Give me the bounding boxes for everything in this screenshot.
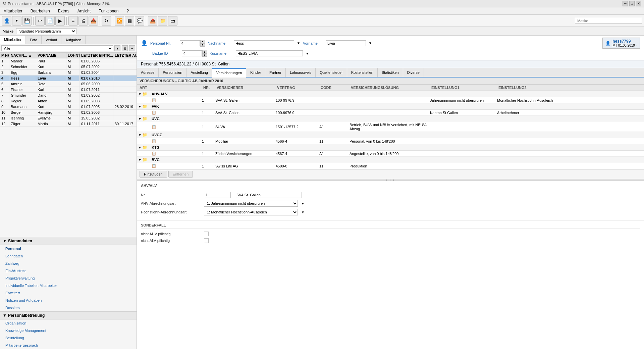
group-collapse[interactable]: ▼ 📁 bbox=[138, 104, 152, 109]
collapse-icon[interactable]: ▼ bbox=[138, 158, 142, 162]
ins-detail-row[interactable]: 📋 1 SVA St. Gallen 100-9976.9 Kanton St.… bbox=[137, 110, 644, 116]
stammdaten-item-personal[interactable]: Personal bbox=[0, 245, 137, 252]
table-row[interactable]: 4HessLiviaM01.07.2010 bbox=[0, 76, 137, 81]
table-row[interactable]: 2SchneiderKurtM05.07.2002 bbox=[0, 64, 137, 70]
tab-aufgaben[interactable]: Aufgaben bbox=[61, 36, 86, 44]
entfernen-btn[interactable]: Entfernen bbox=[168, 171, 193, 178]
menu-extras[interactable]: Extras bbox=[56, 8, 71, 14]
close-btn[interactable]: ✕ bbox=[636, 1, 641, 6]
nr-input[interactable] bbox=[204, 192, 231, 198]
kurzname-input[interactable] bbox=[236, 50, 303, 56]
ins-group-ktg[interactable]: ▼ 📁 KTG bbox=[137, 144, 644, 151]
filter-btn[interactable]: ▼ bbox=[114, 45, 120, 51]
col-lohnt[interactable]: LOHNT... bbox=[66, 53, 80, 58]
tab-personalien[interactable]: Personalien bbox=[159, 68, 186, 77]
table-row[interactable]: 5AmreinRetoM05.06.2009 bbox=[0, 81, 137, 87]
collapse-icon[interactable]: ▼ bbox=[138, 105, 142, 108]
abrechnungsart-select[interactable]: 1: Jahresminimum nicht überprüfen bbox=[204, 200, 298, 207]
badge-id-down[interactable]: ▼ bbox=[202, 53, 207, 57]
tab-foto[interactable]: Foto bbox=[26, 36, 42, 44]
menu-help[interactable]: ? bbox=[124, 8, 131, 14]
menu-bearbeiten[interactable]: Bearbeiten bbox=[29, 8, 52, 14]
tab-kinder[interactable]: Kinder bbox=[246, 68, 265, 77]
tab-quellensteuer[interactable]: Quellensteuer bbox=[316, 68, 347, 77]
tab-verlauf[interactable]: Verlauf bbox=[42, 36, 61, 44]
group-collapse[interactable]: ▼ 📁 bbox=[138, 133, 152, 137]
toolbar-print-btn[interactable]: 🖨 bbox=[78, 16, 88, 26]
toolbar-play-btn[interactable]: ▶ bbox=[55, 16, 65, 26]
tab-diverse[interactable]: Diverse bbox=[403, 68, 424, 77]
toolbar-back-btn[interactable]: ↩ bbox=[35, 16, 45, 26]
stammdaten-header[interactable]: ▼ Stammdaten bbox=[0, 237, 137, 245]
toolbar-db-btn[interactable]: 🗃 bbox=[168, 16, 177, 26]
toolbar-new-btn[interactable]: 📄 bbox=[45, 16, 55, 26]
view-grid-btn[interactable]: ⊞ bbox=[122, 45, 128, 51]
table-row[interactable]: 8KoglerAntonM01.09.2008 bbox=[0, 98, 137, 104]
toolbar-barcode-btn[interactable]: ▦ bbox=[125, 16, 134, 26]
stammdaten-item-zahlweg[interactable]: Zahlweg bbox=[0, 260, 137, 267]
table-row[interactable]: 3EggBarbaraM01.02.2004 bbox=[0, 70, 137, 76]
collapse-icon[interactable]: ▼ bbox=[138, 117, 142, 121]
maximize-btn[interactable]: □ bbox=[629, 1, 635, 6]
program-search[interactable] bbox=[575, 18, 642, 24]
tab-partner[interactable]: Partner bbox=[265, 68, 286, 77]
toolbar-nav-btn[interactable]: 🔀 bbox=[115, 16, 124, 26]
kurzname-dropdown[interactable]: ▼ bbox=[306, 52, 309, 55]
tab-lohnausweis[interactable]: Lohnausweis bbox=[286, 68, 316, 77]
group-collapse[interactable]: ▼ 📁 bbox=[138, 116, 152, 121]
personalbetreuung-header[interactable]: ▼ Personalbetreuung bbox=[0, 311, 137, 319]
personal-nr-down[interactable]: ▼ bbox=[200, 43, 205, 47]
ins-detail-row[interactable]: 📋 1 Mobiliar 4566-4 11 Personal, von 0 b… bbox=[137, 138, 644, 144]
collapse-icon[interactable]: ▼ bbox=[138, 133, 142, 137]
group-collapse[interactable]: ▼ 📁 bbox=[138, 145, 152, 150]
stammdaten-item-erweitert[interactable]: Erweitert bbox=[0, 289, 137, 297]
vorname-input[interactable] bbox=[326, 40, 366, 46]
personal-nr-up[interactable]: ▲ bbox=[200, 40, 205, 43]
toolbar-down-btn[interactable]: ▼ bbox=[12, 16, 21, 26]
col-nr[interactable]: P-NR. ▲ bbox=[0, 53, 9, 58]
stammdaten-item-dossiers[interactable]: Dossiers bbox=[0, 304, 137, 311]
versicherer-input[interactable] bbox=[235, 192, 302, 198]
alv-pflichtig-checkbox[interactable] bbox=[204, 238, 209, 243]
vorname-dropdown[interactable]: ▼ bbox=[369, 41, 372, 45]
tab-versicherungen[interactable]: Versicherungen bbox=[212, 68, 246, 78]
menu-mitarbeiter[interactable]: Mitarbeiter bbox=[1, 8, 24, 14]
hoechstlohn-select[interactable]: 1: Monatlicher Höchstlohn-Ausgleich bbox=[204, 209, 298, 215]
tab-statistiken[interactable]: Statistiken bbox=[378, 68, 403, 77]
table-row[interactable]: 1MahrerPaulM01.06.2005 bbox=[0, 58, 137, 64]
group-collapse[interactable]: ▼ 📁 bbox=[138, 157, 152, 162]
stammdaten-item-projektverwaltung[interactable]: Projektverwaltung bbox=[0, 275, 137, 282]
col-eintritt[interactable]: LETZTER EINTR... bbox=[80, 53, 113, 58]
mask-select[interactable]: Standard Personalstamm bbox=[16, 28, 76, 34]
col-austritt[interactable]: LETZTER AUST... bbox=[113, 53, 137, 58]
tab-anstellung[interactable]: Anstellung bbox=[186, 68, 212, 77]
ins-group-uvgz[interactable]: ▼ 📁 UVGZ bbox=[137, 132, 644, 138]
pb-item-organisation[interactable]: Organisation bbox=[0, 319, 137, 327]
stammdaten-item-ein-austritte[interactable]: Ein-/Austritte bbox=[0, 267, 137, 275]
col-nachname[interactable]: NACHN... ▲ bbox=[9, 53, 36, 58]
nachname-dropdown[interactable]: ▼ bbox=[297, 41, 300, 45]
table-row[interactable]: 7GmünderDarioM01.09.2002 bbox=[0, 93, 137, 98]
pb-item-beurteilung[interactable]: Beurteilung bbox=[0, 334, 137, 342]
toolbar-refresh-btn[interactable]: ↻ bbox=[102, 16, 111, 26]
tab-kostenstellen[interactable]: Kostenstellen bbox=[347, 68, 378, 77]
nachname-input[interactable] bbox=[234, 40, 294, 46]
hinzufuegen-btn[interactable]: Hinzufügen bbox=[140, 171, 167, 178]
pb-item-knowledge-management[interactable]: Knowledge Management bbox=[0, 327, 137, 334]
toolbar-folder-btn[interactable]: 📁 bbox=[158, 16, 167, 26]
toolbar-upload-btn[interactable]: 📤 bbox=[148, 16, 157, 26]
table-row[interactable]: 11IsenringEvelyneM15.03.2002 bbox=[0, 115, 137, 121]
col-vorname[interactable]: VORNAME bbox=[36, 53, 66, 58]
filter-select[interactable]: Alle bbox=[1, 45, 113, 51]
collapse-icon[interactable]: ▼ bbox=[138, 146, 142, 149]
ins-group-uvg[interactable]: ▼ 📁 UVG bbox=[137, 116, 644, 122]
toolbar-list-btn[interactable]: ≡ bbox=[68, 16, 78, 26]
ins-detail-row[interactable]: 📋 1 SVA St. Gallen 100-9976.9 Jahresmini… bbox=[137, 97, 644, 103]
ins-detail-row[interactable]: 📋 1 Zürich Versicherungen 4567-4 A1 Ange… bbox=[137, 151, 644, 157]
menu-funktionen[interactable]: Funktionen bbox=[97, 8, 120, 14]
ins-detail-row[interactable]: 📋 1 Swiss Life AG 4500-0 11 Produktion bbox=[137, 163, 644, 169]
table-row[interactable]: 6FischerKarlM01.07.2011 bbox=[0, 87, 137, 93]
toolbar-chat-btn[interactable]: 💬 bbox=[135, 16, 144, 26]
personal-nr-input[interactable] bbox=[180, 40, 200, 46]
ins-group-bvg[interactable]: ▼ 📁 BVG bbox=[137, 157, 644, 163]
